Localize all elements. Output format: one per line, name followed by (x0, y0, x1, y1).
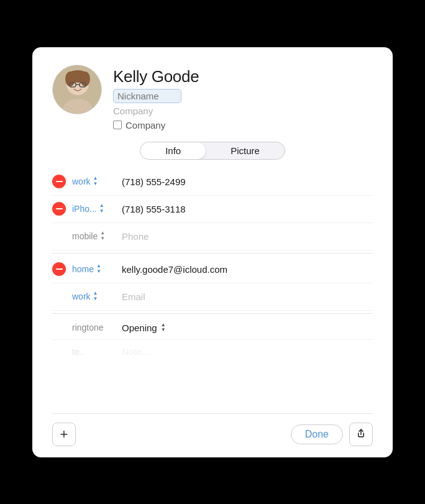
iphone-stepper[interactable]: ▲▼ (99, 203, 104, 214)
ringtone-stepper[interactable]: ▲▼ (161, 323, 166, 334)
mobile-label[interactable]: mobile ▲▼ (72, 231, 122, 242)
home-email-value: kelly.goode7@icloud.com (122, 264, 373, 275)
company-checkbox-label: Company (126, 120, 165, 131)
company-placeholder-label: Company (113, 106, 199, 116)
ringtone-row: ringtone Opening ▲▼ (52, 316, 373, 341)
ringtone-value[interactable]: Opening ▲▼ (122, 323, 166, 334)
table-row: work ▲▼ Email (52, 283, 373, 311)
remove-iphone-button[interactable] (52, 202, 66, 216)
fields-section: work ▲▼ (718) 555-2499 iPho... ▲▼ (718) … (52, 168, 373, 413)
company-checkbox[interactable] (113, 121, 122, 129)
faded-value: Note... (122, 346, 373, 357)
mobile-stepper[interactable]: ▲▼ (100, 231, 105, 242)
table-row: iPho... ▲▼ (718) 555-3118 (52, 196, 373, 223)
home-email-stepper[interactable]: ▲▼ (96, 263, 101, 275)
nickname-input[interactable] (113, 89, 181, 103)
tabs-container: Info Picture (140, 142, 285, 160)
right-buttons: Done (291, 423, 373, 446)
mobile-phone-placeholder[interactable]: Phone (122, 231, 373, 242)
faded-row: te... Note... (52, 340, 373, 363)
home-email-label[interactable]: home ▲▼ (72, 263, 122, 275)
ringtone-label: ringtone (52, 323, 122, 332)
contact-header: Kelly Goode Company Company (52, 65, 373, 131)
tab-info[interactable]: Info (140, 142, 206, 159)
table-row: home ▲▼ kelly.goode7@icloud.com (52, 256, 373, 283)
svg-point-5 (80, 71, 90, 86)
work-email-stepper[interactable]: ▲▼ (93, 291, 98, 302)
contact-info-fields: Kelly Goode Company Company (113, 65, 199, 131)
divider-2 (52, 313, 373, 314)
tabs-row: Info Picture (52, 142, 373, 160)
iphone-value: (718) 555-3118 (122, 204, 373, 214)
iphone-label[interactable]: iPho... ▲▼ (72, 203, 122, 214)
faded-label: te... (72, 347, 122, 357)
work-email-label[interactable]: work ▲▼ (72, 291, 122, 302)
contact-card: Kelly Goode Company Company Info Picture… (32, 47, 393, 457)
work-phone-label[interactable]: work ▲▼ (72, 176, 122, 187)
remove-home-email-button[interactable] (52, 262, 66, 276)
table-row: mobile ▲▼ Phone (52, 223, 373, 250)
bottom-bar: + Done (52, 413, 373, 457)
share-icon (355, 427, 367, 442)
work-email-placeholder[interactable]: Email (122, 291, 373, 302)
add-button[interactable]: + (52, 423, 76, 446)
done-button[interactable]: Done (291, 424, 343, 444)
ringtone-name: Opening (122, 323, 157, 333)
work-phone-stepper[interactable]: ▲▼ (93, 176, 98, 187)
remove-work-phone-button[interactable] (52, 175, 66, 188)
avatar[interactable] (52, 65, 102, 114)
share-button[interactable] (349, 423, 373, 446)
table-row: work ▲▼ (718) 555-2499 (52, 168, 373, 196)
svg-point-4 (65, 71, 75, 86)
divider (52, 253, 373, 254)
tab-picture[interactable]: Picture (206, 142, 285, 159)
work-phone-value: (718) 555-2499 (122, 176, 373, 187)
company-checkbox-row: Company (113, 120, 199, 131)
contact-name: Kelly Goode (113, 67, 199, 86)
